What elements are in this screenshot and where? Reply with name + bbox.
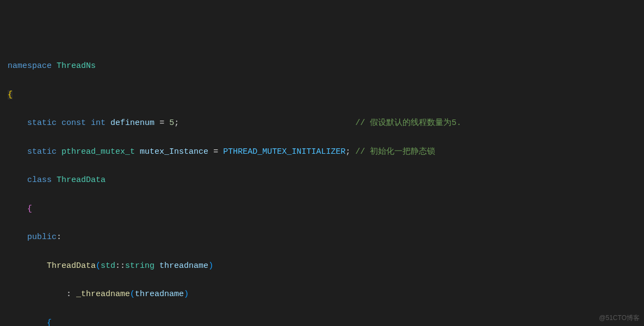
code-line[interactable]: : _threadname(threadname)	[0, 287, 644, 302]
constant: PTHREAD_MUTEX_INITIALIZER	[223, 147, 345, 156]
keyword-namespace: namespace	[8, 61, 52, 71]
punct: ;	[345, 147, 350, 156]
namespace-name: ThreadNs	[57, 61, 96, 71]
open-brace: {	[47, 318, 52, 327]
punct: =	[208, 147, 223, 156]
open-paren: (	[130, 290, 135, 299]
namespace-std: std	[101, 261, 115, 271]
keyword-class: class	[27, 175, 52, 185]
parameter: threadname	[159, 261, 208, 271]
punct: =	[154, 118, 169, 128]
open-paren: (	[96, 261, 101, 271]
keyword-static: static	[27, 147, 57, 156]
punct: ;	[174, 118, 179, 128]
punct: :	[57, 233, 61, 242]
code-line[interactable]: public:	[0, 230, 644, 244]
parameter: threadname	[135, 290, 184, 299]
code-line[interactable]: class ThreadData	[0, 173, 644, 187]
class-name: ThreadData	[57, 175, 106, 185]
constructor: ThreadData	[47, 261, 96, 271]
variable: definenum	[110, 118, 154, 128]
code-line[interactable]: static const int definenum = 5; // 假设默认的…	[0, 116, 644, 130]
member-init: _threadname	[76, 290, 130, 299]
code-line[interactable]: namespace ThreadNs	[0, 59, 644, 73]
code-line[interactable]: {	[0, 88, 644, 102]
close-paren: )	[208, 261, 213, 271]
open-brace: {	[8, 90, 13, 99]
variable: mutex_Instance	[140, 147, 208, 156]
type-int: int	[91, 118, 106, 128]
punct: :	[66, 290, 76, 299]
watermark: @51CTO博客	[599, 312, 640, 324]
type: pthread_mutex_t	[61, 147, 135, 156]
number: 5	[169, 118, 174, 128]
code-line[interactable]: {	[0, 316, 644, 327]
keyword-public: public	[27, 233, 57, 242]
code-line[interactable]: static pthread_mutex_t mutex_Instance = …	[0, 145, 644, 159]
close-paren: )	[184, 290, 189, 299]
open-brace: {	[27, 204, 32, 214]
code-line[interactable]: {	[0, 202, 644, 216]
comment: // 假设默认的线程数量为5.	[355, 118, 461, 128]
keyword-const: const	[61, 118, 86, 128]
comment: // 初始化一把静态锁	[355, 147, 435, 156]
keyword-static: static	[27, 118, 57, 128]
punct: ::	[115, 261, 125, 271]
code-line[interactable]: ThreadData(std::string threadname)	[0, 259, 644, 273]
type-string: string	[125, 261, 154, 271]
